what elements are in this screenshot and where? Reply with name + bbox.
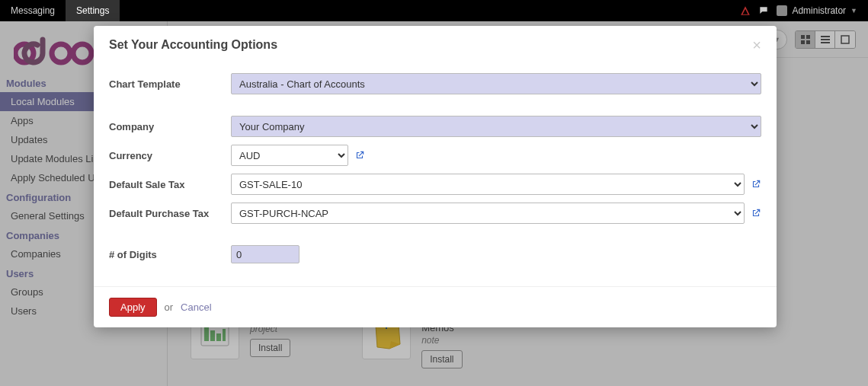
apply-button[interactable]: Apply — [109, 298, 157, 317]
or-text: or — [165, 301, 174, 313]
chat-icon[interactable] — [758, 5, 769, 16]
label-chart-template: Chart Template — [109, 78, 231, 90]
cancel-link[interactable]: Cancel — [181, 301, 211, 313]
open-currency-icon[interactable] — [354, 150, 365, 161]
caret-down-icon: ▼ — [850, 7, 857, 14]
avatar-icon — [777, 5, 787, 16]
open-purchase-tax-icon[interactable] — [751, 208, 761, 219]
label-currency: Currency — [109, 150, 231, 161]
user-menu[interactable]: Administrator ▼ — [777, 5, 857, 16]
accounting-options-modal: Set Your Accounting Options × Chart Temp… — [94, 26, 777, 327]
top-menu-bar: Messaging Settings Administrator ▼ — [0, 0, 868, 21]
label-purchase-tax: Default Purchase Tax — [109, 208, 231, 219]
user-name: Administrator — [792, 5, 846, 16]
label-digits: # of Digits — [109, 249, 231, 260]
top-tab-settings[interactable]: Settings — [66, 0, 120, 21]
close-icon[interactable]: × — [752, 40, 761, 50]
label-company: Company — [109, 121, 231, 132]
currency-select[interactable]: AUD — [231, 145, 348, 166]
top-tab-messaging[interactable]: Messaging — [0, 0, 66, 21]
sale-tax-select[interactable]: GST-SALE-10 — [231, 174, 745, 195]
label-sale-tax: Default Sale Tax — [109, 179, 231, 190]
company-select[interactable]: Your Company — [231, 116, 761, 137]
chart-template-select[interactable]: Australia - Chart of Accounts — [231, 73, 761, 94]
open-sale-tax-icon[interactable] — [751, 179, 761, 190]
modal-title: Set Your Accounting Options — [109, 38, 277, 52]
warning-icon[interactable] — [740, 5, 751, 16]
purchase-tax-select[interactable]: GST-PURCH-NCAP — [231, 203, 745, 224]
digits-input[interactable] — [231, 245, 299, 263]
